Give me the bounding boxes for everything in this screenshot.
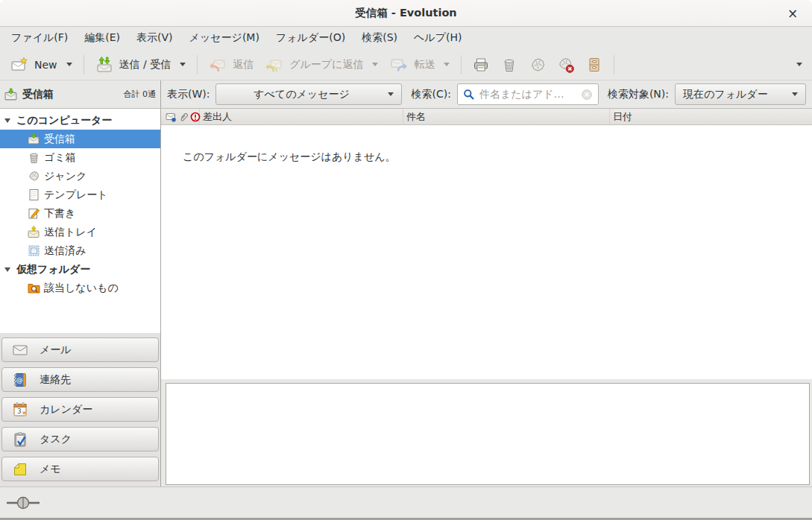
sidebar-item-inbox[interactable]: 受信箱 [0,130,160,148]
attachment-column-icon [178,112,189,122]
forward-dropdown-arrow-icon[interactable] [444,63,450,66]
search-folder-icon [28,282,40,294]
sidebar-item-junk[interactable]: ジャンク [0,167,160,186]
toolbar-separator [197,55,198,74]
sidebar-group-search-folders[interactable]: 仮想フォルダー [0,260,160,279]
toolbar-separator [614,55,614,74]
archive-icon [585,56,603,74]
junk-button[interactable] [523,52,552,77]
sidebar-item-unmatched[interactable]: 該当しないもの [0,279,160,297]
reply-group-dropdown-arrow-icon[interactable] [372,63,378,66]
search-scope-value: 現在のフォルダー [683,88,783,101]
message-area: 差出人 件名 日付 このフォルダーにメッセージはありません。 [161,109,812,486]
menu-edit[interactable]: 編集(E) [76,28,128,48]
message-list-header: 差出人 件名 日付 [161,109,812,125]
send-receive-dropdown-arrow-icon[interactable] [180,63,186,66]
column-header-from[interactable]: 差出人 [200,109,403,124]
new-mail-icon [10,56,28,74]
expander-icon[interactable] [4,267,10,272]
search-input[interactable]: 件名またはアド… [457,83,599,105]
new-button[interactable]: New [4,52,78,77]
online-status-icon[interactable] [6,496,40,510]
preview-pane[interactable] [166,383,810,485]
new-button-label: New [34,59,57,71]
folder-label: 受信箱 [44,133,75,146]
search-scope-dropdown[interactable]: 現在のフォルダー [675,83,806,105]
statusbar [0,486,812,520]
clear-search-icon[interactable] [581,89,593,101]
sidebar-item-templates[interactable]: テンプレート [0,186,160,204]
switcher-contacts-button[interactable]: @ 連絡先 [1,367,159,392]
switcher-tasks-button[interactable]: タスク [1,427,159,451]
tasks-icon [12,431,28,448]
group-label: 仮想フォルダー [16,263,90,276]
calendar-icon: 3 [12,402,28,418]
mail-icon [12,342,28,358]
forward-button[interactable]: 転送 [384,52,456,77]
menu-message[interactable]: メッセージ(M) [181,28,268,48]
not-junk-button[interactable] [552,52,580,77]
sidebar-item-drafts[interactable]: 下書き [0,204,160,223]
print-button[interactable] [467,52,495,77]
delete-button[interactable] [495,52,523,77]
titlebar: 受信箱 - Evolution × [0,0,812,27]
show-filter-dropdown[interactable]: すべてのメッセージ [215,83,402,105]
column-header-subject[interactable]: 件名 [403,109,610,124]
reply-icon [209,56,227,74]
not-junk-icon [557,56,575,74]
sidebar-item-sent[interactable]: 送信済み [0,241,160,260]
switcher-label: タスク [40,433,72,446]
reply-label: 返信 [233,58,254,72]
sidebar-item-trash[interactable]: ゴミ箱 [0,148,160,167]
reply-group-label: グループに返信 [289,58,363,72]
menu-file[interactable]: ファイル(F) [3,28,76,48]
trash-icon [500,56,518,74]
switcher-calendar-button[interactable]: 3 カレンダー [1,397,159,422]
reply-group-icon [265,56,283,74]
show-filter-value: すべてのメッセージ [224,88,379,101]
content-area: このコンピューター 受信箱 [0,109,812,486]
current-folder-name: 受信箱 [22,88,54,101]
switcher-memos-button[interactable]: メモ [1,457,159,481]
search-icon [463,89,475,101]
folder-label: 送信済み [44,244,86,258]
column-label: 日付 [613,110,632,124]
component-switcher: メール @ 連絡先 [0,333,160,486]
menu-help[interactable]: ヘルプ(H) [406,28,470,48]
folder-title-area: 受信箱 合計 0通 [0,80,161,108]
close-icon[interactable]: × [784,4,802,22]
message-total-count: 合計 0通 [124,89,157,100]
switcher-label: 連絡先 [40,373,71,387]
switcher-mail-button[interactable]: メール [1,337,159,362]
window-title: 受信箱 - Evolution [355,6,456,20]
reply-button[interactable]: 返信 [203,52,259,77]
archive-button[interactable] [580,52,608,77]
status-columns[interactable] [161,109,200,124]
send-receive-button[interactable]: 送信 / 受信 [89,52,192,77]
toolbar: New 送信 / 受信 [0,49,812,80]
folder-label: 該当しないもの [44,282,119,295]
folder-label: ゴミ箱 [44,151,76,165]
group-label: このコンピューター [16,114,112,127]
column-header-date[interactable]: 日付 [610,109,812,124]
overflow-arrow-icon [796,63,802,66]
switcher-label: メモ [40,463,61,476]
reply-group-button[interactable]: グループに返信 [259,52,384,77]
menu-view[interactable]: 表示(V) [128,28,181,48]
new-dropdown-arrow-icon[interactable] [66,63,72,66]
menu-folder[interactable]: フォルダー(O) [268,28,353,48]
folder-search-bar: 受信箱 合計 0通 表示(W): すべてのメッセージ 検索(C): 件名またはア… [0,80,812,109]
sidebar-item-outbox[interactable]: 送信トレイ [0,223,160,241]
filter-search-area: 表示(W): すべてのメッセージ 検索(C): 件名またはアド… 検索対象(N)… [161,80,812,108]
search-scope-arrow-icon [792,92,798,96]
toolbar-overflow-button[interactable] [788,59,808,70]
inbox-icon [28,133,40,145]
evolution-window: 受信箱 - Evolution × ファイル(F) 編集(E) 表示(V) メッ… [0,0,812,520]
sidebar-group-this-computer[interactable]: このコンピューター [0,111,160,130]
junk-icon [28,170,40,183]
expander-icon[interactable] [4,118,10,123]
message-list[interactable]: このフォルダーにメッセージはありません。 [161,125,812,379]
memo-icon [12,461,28,478]
switcher-label: メール [40,343,72,357]
menu-search[interactable]: 検索(S) [353,28,406,48]
